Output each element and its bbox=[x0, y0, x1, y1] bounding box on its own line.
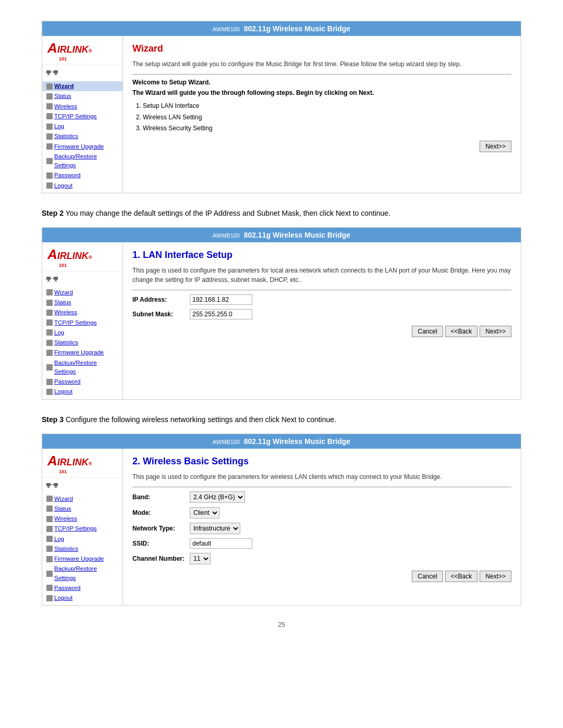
nav-icon-password-2 bbox=[46, 379, 53, 385]
divider-3 bbox=[132, 487, 511, 487]
nav-icon-wireless-2 bbox=[46, 310, 53, 316]
nav-password-1[interactable]: Password bbox=[42, 170, 123, 180]
channel-row: Channel Number: 11 bbox=[132, 553, 511, 564]
network-icon-2 bbox=[46, 274, 58, 282]
nav-backup-1[interactable]: Backup/Restore Settings bbox=[42, 152, 123, 171]
band-select[interactable]: 2.4 GHz (B+G) bbox=[190, 491, 245, 503]
nav-firmware-3[interactable]: Firmware Upgrade bbox=[42, 554, 123, 564]
step3-text: Step 3 Configure the following wireless … bbox=[42, 414, 521, 425]
mode-select[interactable]: Client bbox=[190, 507, 219, 519]
content-desc-2: This page is used to configure the param… bbox=[132, 266, 511, 285]
ip-input[interactable] bbox=[190, 294, 252, 305]
content-title-2: 1. LAN Interface Setup bbox=[132, 250, 511, 261]
welcome-text: Welcome to Setup Wizard. bbox=[132, 79, 511, 86]
nav-status-3[interactable]: Status bbox=[42, 504, 123, 514]
step2-normal: You may change the default settings of t… bbox=[64, 209, 390, 217]
nav-tcpip-2[interactable]: TCP/IP Settings bbox=[42, 318, 123, 328]
sidebar-nav-3: Wizard Status Wireless TCP/IP Settings bbox=[42, 492, 123, 606]
network-icon-area-3 bbox=[42, 478, 123, 492]
nav-wizard-1[interactable]: Wizard bbox=[42, 81, 123, 91]
svg-rect-13 bbox=[54, 281, 57, 281]
nav-icon-backup-3 bbox=[46, 571, 53, 577]
nav-status-1[interactable]: Status bbox=[42, 91, 123, 101]
svg-rect-15 bbox=[48, 485, 49, 487]
panel-lan: AWMB100 802.11g Wireless Music Bridge AI… bbox=[42, 227, 521, 400]
nav-backup-3[interactable]: Backup/Restore Settings bbox=[42, 564, 123, 583]
back-button-3[interactable]: <<Back bbox=[445, 571, 478, 582]
nav-wizard-2[interactable]: Wizard bbox=[42, 288, 123, 298]
cancel-button-3[interactable]: Cancel bbox=[412, 571, 443, 582]
panel-body-3: AIRLINK® 101 bbox=[42, 449, 521, 606]
nav-stats-2[interactable]: Statistics bbox=[42, 338, 123, 348]
svg-rect-9 bbox=[47, 281, 50, 281]
nav-firmware-1[interactable]: Firmware Upgrade bbox=[42, 142, 123, 152]
btn-row-1: Next>> bbox=[132, 141, 511, 152]
back-button-2[interactable]: <<Back bbox=[445, 326, 478, 337]
nav-logout-3[interactable]: Logout bbox=[42, 593, 123, 603]
nav-wireless-3[interactable]: Wireless bbox=[42, 514, 123, 524]
nav-firmware-2[interactable]: Firmware Upgrade bbox=[42, 348, 123, 357]
cancel-button-2[interactable]: Cancel bbox=[412, 326, 443, 337]
nav-icon-password-3 bbox=[46, 585, 53, 591]
ssid-label: SSID: bbox=[132, 540, 190, 547]
svg-rect-19 bbox=[55, 485, 56, 487]
svg-rect-8 bbox=[48, 279, 49, 281]
content-desc-1: The setup wizard will guide you to confi… bbox=[132, 59, 511, 69]
panel-header-3: AWMB100 802.11g Wireless Music Bridge bbox=[42, 434, 521, 449]
nav-tcpip-3[interactable]: TCP/IP Settings bbox=[42, 524, 123, 534]
nav-icon-log-1 bbox=[46, 124, 53, 130]
nav-log-3[interactable]: Log bbox=[42, 534, 123, 544]
mode-label: Mode: bbox=[132, 509, 190, 516]
wizard-step-3: Wireless Security Setting bbox=[143, 123, 511, 134]
svg-rect-20 bbox=[54, 487, 57, 488]
nav-icon-tcpip-1 bbox=[46, 113, 53, 119]
next-button-2[interactable]: Next>> bbox=[480, 326, 511, 337]
ip-row: IP Address: bbox=[132, 294, 511, 305]
svg-rect-1 bbox=[48, 72, 49, 75]
network-type-select[interactable]: Infrastructure bbox=[190, 523, 240, 534]
step3-normal: Configure the following wireless network… bbox=[64, 415, 336, 424]
nav-icon-stats-2 bbox=[46, 340, 53, 346]
channel-select[interactable]: 11 bbox=[190, 553, 211, 564]
nav-log-2[interactable]: Log bbox=[42, 328, 123, 338]
ssid-input[interactable] bbox=[190, 538, 252, 549]
panel-header-2: AWMB100 802.11g Wireless Music Bridge bbox=[42, 228, 521, 242]
title-label-1: 802.11g Wireless Music Bridge bbox=[244, 24, 351, 33]
nav-logout-2[interactable]: Logout bbox=[42, 387, 123, 397]
divider-1 bbox=[132, 74, 511, 75]
svg-rect-12 bbox=[55, 279, 56, 281]
subnet-input[interactable] bbox=[190, 309, 252, 319]
panel-body-2: AIRLINK® 101 bbox=[42, 242, 521, 399]
nav-stats-1[interactable]: Statistics bbox=[42, 131, 123, 141]
channel-label: Channel Number: bbox=[132, 555, 190, 562]
logo-1: AIRLINK® bbox=[47, 40, 117, 56]
page-content: AWMB100 802.11g Wireless Music Bridge AI… bbox=[42, 21, 521, 628]
nav-password-2[interactable]: Password bbox=[42, 377, 123, 387]
nav-icon-stats-3 bbox=[46, 546, 53, 552]
nav-backup-2[interactable]: Backup/Restore Settings bbox=[42, 358, 123, 377]
step3-bold: Step 3 bbox=[42, 415, 64, 424]
nav-password-3[interactable]: Password bbox=[42, 583, 123, 593]
nav-wireless-2[interactable]: Wireless bbox=[42, 307, 123, 317]
nav-status-2[interactable]: Status bbox=[42, 298, 123, 307]
logo-3: AIRLINK® bbox=[47, 453, 117, 469]
nav-icon-wireless-1 bbox=[46, 103, 53, 109]
ssid-row: SSID: bbox=[132, 538, 511, 549]
panel-wizard: AWMB100 802.11g Wireless Music Bridge AI… bbox=[42, 21, 521, 193]
nav-logout-1[interactable]: Logout bbox=[42, 181, 123, 191]
next-button-1[interactable]: Next>> bbox=[480, 141, 511, 152]
nav-stats-3[interactable]: Statistics bbox=[42, 544, 123, 554]
model-label-2: AWMB100 bbox=[213, 232, 240, 239]
nav-icon-stats-1 bbox=[46, 133, 53, 140]
network-icon-area-1 bbox=[42, 65, 123, 79]
next-button-3[interactable]: Next>> bbox=[480, 571, 511, 582]
nav-icon-status-3 bbox=[46, 505, 53, 512]
nav-icon-firmware-3 bbox=[46, 556, 53, 562]
nav-wireless-1[interactable]: Wireless bbox=[42, 102, 123, 112]
subnet-label: Subnet Mask: bbox=[132, 311, 190, 318]
nav-log-1[interactable]: Log bbox=[42, 121, 123, 131]
nav-wizard-3[interactable]: Wizard bbox=[42, 494, 123, 504]
logo-sub-1: 101 bbox=[59, 56, 117, 61]
wizard-intro: The Wizard will guide you the through fo… bbox=[132, 89, 511, 96]
nav-tcpip-1[interactable]: TCP/IP Settings bbox=[42, 112, 123, 121]
